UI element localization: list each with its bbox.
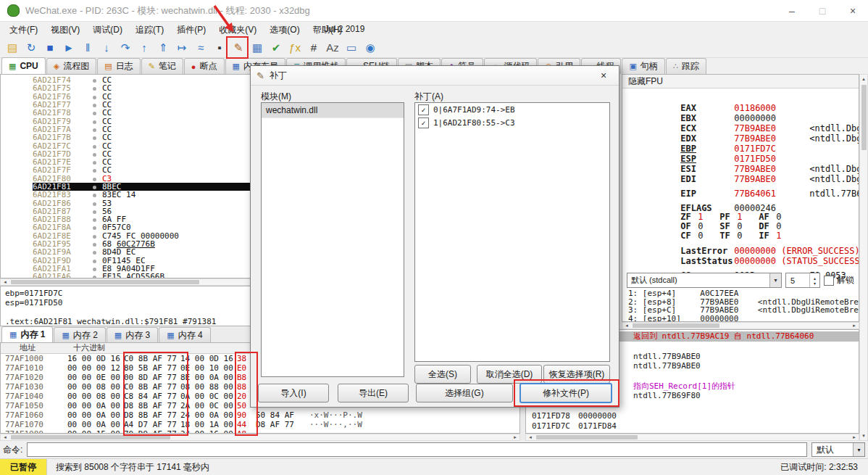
step-out-icon[interactable]: ↑ [135,39,153,57]
tab-notes[interactable]: ✎ 笔记 [141,58,183,74]
memory-map-icon[interactable]: ▦ [249,39,266,57]
checkbox-checked-icon[interactable]: ✓ [418,117,429,128]
menu-plugins[interactable]: 插件(P) [170,22,212,38]
stack-hscrollbar[interactable]: ◂ ▸ [525,434,859,441]
register-name: EBX [675,113,734,123]
dump-hscrollbar[interactable]: ◂ ▸ [0,434,520,441]
export-button[interactable]: 导出(E) [338,384,409,402]
step-into-icon[interactable]: ↓ [98,39,115,57]
tab-trace[interactable]: ∴ 跟踪 [666,58,706,74]
maximize-button[interactable]: □ [807,0,838,22]
dump-row[interactable]: 77AF1070 00 00 0A 00 A4 D7 AF 77 18 00 1… [1,420,519,429]
tab-handles[interactable]: ▣ 句柄 [622,58,664,74]
stop-icon[interactable]: ■ [41,39,59,57]
restore-selection-button[interactable]: 恢复选择项(R) [543,365,610,384]
open-file-icon[interactable]: ▤ [4,39,21,57]
preferences-icon[interactable]: ◉ [362,39,379,57]
tab-cpu[interactable]: ▦ CPU [1,57,46,74]
scroll-left-icon[interactable]: ◂ [622,323,631,329]
unlock-checkbox[interactable]: 解锁 [824,274,854,286]
memory-tab-4[interactable]: ▦ 内存 4 [159,327,210,342]
args-count-spinner[interactable]: 5 ▴▾ [785,273,820,288]
command-scope-select[interactable]: 默认 ▾ [811,442,865,457]
calling-convention-select[interactable]: 默认 (stdcall) ▾ [627,273,782,288]
scrollbar-thumb[interactable] [11,280,199,284]
notes-icon[interactable]: ▭ [343,39,360,57]
az-icon[interactable]: Az [324,39,341,57]
scrollbar-thumb[interactable] [861,85,867,150]
scroll-right-icon[interactable]: ▸ [850,323,859,329]
close-button[interactable]: × [838,0,868,22]
menu-options[interactable]: 选项(O) [263,22,306,38]
spin-up-icon[interactable]: ▴ [814,276,816,281]
registers-pane[interactable]: 隐藏FPU EAX01186000 EBX00000000 ECX77B9ABE… [622,74,859,322]
scroll-left-icon[interactable]: ◂ [1,279,9,285]
register-value: 00000000 [734,113,809,123]
register-row[interactable]: EAX01186000 [622,93,859,103]
select-group-button[interactable]: 选择组(G) [416,384,513,402]
scroll-down-icon[interactable]: ▾ [860,431,867,440]
stack-argument-row[interactable]: 4: [esp+10] 00000000 [622,315,859,323]
scrollbar-thumb[interactable] [536,435,638,439]
stack-argument-row[interactable]: 3: [esp+C] 77B9ABE0 <ntdll.DbgUiRemoteBr… [622,306,859,315]
deselect-all-button[interactable]: 取消全选(D) [477,365,542,384]
dump-row[interactable]: 77AF1060 00 00 0A 00 D8 8B AF 77 24 00 0… [1,410,519,420]
scroll-left-icon[interactable]: ◂ [526,434,535,440]
menu-file[interactable]: 文件(F) [3,22,44,38]
menu-trace[interactable]: 追踪(T) [129,22,170,38]
memory-tab-3[interactable]: ▦ 内存 3 [107,327,158,342]
patch-icon[interactable]: ✎ [230,39,247,57]
register-comment: ntdll.77B64061 [809,189,859,199]
minimize-button[interactable]: – [777,0,807,22]
checkbox-checked-icon[interactable]: ✓ [418,104,429,115]
scrollbar-thumb[interactable] [633,323,719,328]
tab-breakpoints[interactable]: ● 断点 [184,58,225,74]
memory-tab-1[interactable]: ▦ 内存 1 [1,326,53,342]
scroll-right-icon[interactable]: ▸ [850,434,859,440]
tab-label: CPU [20,61,38,71]
restart-icon[interactable]: ↻ [22,39,40,57]
dialog-close-icon[interactable]: × [594,70,613,81]
command-input[interactable] [27,442,807,457]
patch-item[interactable]: ✓ 0|6A7F1AD9:74->EB [415,103,609,116]
fx-icon[interactable]: ƒx [286,39,304,57]
select-all-button[interactable]: 全选(S) [414,365,471,384]
tab-graph[interactable]: ◈ 流程图 [46,58,96,74]
dialog-title-bar[interactable]: ✎ 补丁 × [251,66,619,86]
chevron-down-icon[interactable]: ▾ [769,273,781,287]
check-icon[interactable]: ✔ [267,39,285,57]
pause-icon[interactable]: ‖ [79,39,96,57]
menu-view[interactable]: 视图(V) [44,22,86,38]
animate-icon[interactable]: ≈ [192,39,209,57]
stack-row[interactable]: 0171FD7C 0171FD84 [526,421,859,431]
hide-fpu-button[interactable]: 隐藏FPU [622,75,859,88]
right-vscrollbar[interactable]: ▴ ▾ [859,74,868,441]
patch-item[interactable]: ✓ 1|6AD21F80:55->C3 [415,116,609,129]
patches-list[interactable]: ✓ 0|6A7F1AD9:74->EB ✓ 1|6AD21F80:55->C3 [414,102,610,362]
scroll-right-icon[interactable]: ▸ [511,434,519,440]
memory-tab-2[interactable]: ▦ 内存 2 [54,327,105,342]
modules-list[interactable]: wechatwin.dll [261,102,404,377]
scrollbar-thumb[interactable] [11,435,170,439]
import-button[interactable]: 导入(I) [258,384,329,402]
checkbox-icon[interactable] [824,276,834,286]
menu-favourites[interactable]: 收藏夹(V) [212,22,263,38]
skip-next-icon[interactable]: ↦ [173,39,191,57]
scroll-left-icon[interactable]: ◂ [1,434,9,440]
scroll-up-icon[interactable]: ▴ [860,75,867,83]
calculator-icon[interactable]: # [305,39,322,57]
registers-hscrollbar[interactable]: ◂ ▸ [622,322,859,329]
run-icon[interactable]: ► [60,39,78,57]
stack-row[interactable]: 0171FD78 00000000 [526,411,859,421]
spin-down-icon[interactable]: ▾ [814,281,816,286]
memory-tab-label: 内存 3 [125,329,150,342]
module-item[interactable]: wechatwin.dll [262,103,404,118]
tab-log[interactable]: ▤ 日志 [97,58,140,74]
patch-file-button[interactable]: 修补文件(P) [519,383,612,403]
chevron-down-icon[interactable]: ▾ [853,443,864,456]
step-over-icon[interactable]: ↷ [117,39,134,57]
stack-argument-row[interactable]: 1: [esp+4] A0C17EEA [622,289,859,298]
run-to-user-code-icon[interactable]: ⇑ [154,39,172,57]
menu-debug[interactable]: 调试(D) [86,22,129,38]
command-icon[interactable]: ▪ [211,39,228,57]
